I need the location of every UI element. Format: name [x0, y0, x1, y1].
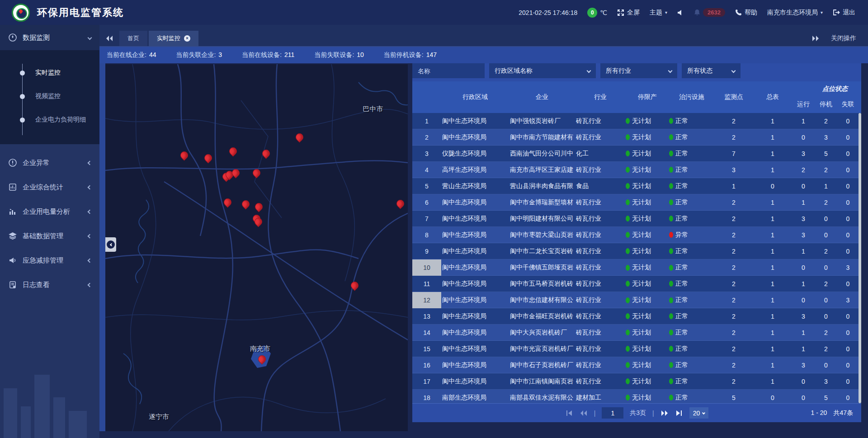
- status-dot-icon: [669, 248, 673, 254]
- cell-company: 阆中市金福旺页岩机砖: [509, 312, 575, 320]
- table-row[interactable]: 11阆中生态环境局阆中市五马桥页岩机砖砖瓦行业无计划正常21120: [412, 276, 861, 292]
- col-header-lost: 失联: [837, 100, 859, 113]
- table-row[interactable]: 8阆中生态环境局阆中市枣碧大梁山页岩砖瓦行业无计划异常21300: [412, 227, 861, 243]
- city-label-nanchong: 南充市: [250, 344, 270, 353]
- table-row[interactable]: 5营山生态环境局营山县润丰肉食品有限食品无计划正常10010: [412, 178, 861, 194]
- tab-realtime-monitor[interactable]: 实时监控 ×: [149, 31, 198, 46]
- region-filter-select[interactable]: 行政区域名称: [489, 63, 596, 78]
- user-menu[interactable]: 南充市生态环境局 ▾: [767, 9, 823, 17]
- table-row[interactable]: 17阆中生态环境局阆中市江南镇阆南页岩砖瓦行业无计划正常21030: [412, 373, 861, 390]
- table-row[interactable]: 16阆中生态环境局阆中市石子页岩机砖厂砖瓦行业无计划正常21300: [412, 357, 861, 373]
- table-row[interactable]: 3仪陇生态环境局西南油气田分公司川中化工无计划正常71350: [412, 146, 861, 162]
- table-row[interactable]: 1阆中生态环境局阆中强锐页岩砖厂砖瓦行业无计划正常21120: [412, 113, 861, 129]
- table-row[interactable]: 18南部生态环境局南部县双佳水泥有限公建材加工无计划正常50050: [412, 390, 861, 403]
- tabs-scroll-left-button[interactable]: [99, 31, 119, 46]
- fullscreen-button[interactable]: 全屏: [617, 9, 640, 17]
- status-dot-icon: [626, 313, 630, 319]
- sidebar-item-log-view[interactable]: 日志查看: [0, 273, 99, 297]
- cell-plan: 无计划: [626, 166, 669, 174]
- sidebar-item-video-monitor[interactable]: 视频监控: [0, 85, 99, 108]
- cell-facility: 正常: [669, 361, 714, 369]
- row-number: 18: [412, 394, 441, 401]
- table-scrollbar[interactable]: [859, 113, 861, 403]
- row-number: 10: [412, 259, 441, 276]
- cell-plan: 无计划: [626, 377, 669, 386]
- theme-menu[interactable]: 主题 ▾: [650, 9, 667, 17]
- sidebar-group-data-monitoring[interactable]: 数据监测: [0, 25, 99, 50]
- sound-toggle[interactable]: [677, 9, 684, 16]
- page-size-select[interactable]: 20: [689, 407, 709, 419]
- table-row[interactable]: 6阆中生态环境局阆中市金博瑞新型墙材砖瓦行业无计划正常21120: [412, 194, 861, 211]
- sidebar-item-power-usage-analysis[interactable]: 企业用电量分析: [0, 199, 99, 224]
- cell-plan: 无计划: [626, 182, 669, 190]
- cell-region: 阆中生态环境局: [441, 117, 509, 125]
- logout-button[interactable]: 退出: [833, 9, 855, 17]
- cell-lost: 0: [837, 362, 859, 369]
- tab-close-icon[interactable]: ×: [184, 35, 190, 42]
- status-dot-icon: [626, 248, 630, 254]
- cell-lost: 0: [837, 215, 859, 222]
- cell-region: 阆中生态环境局: [441, 215, 509, 223]
- map-panel[interactable]: 巴中市 南充市 遂宁市: [105, 64, 408, 431]
- cell-lost: 0: [837, 248, 859, 255]
- row-number: 8: [412, 231, 441, 239]
- page-number-input[interactable]: [602, 407, 623, 419]
- scrollbar-thumb[interactable]: [859, 113, 861, 403]
- cell-points: 2: [714, 134, 753, 141]
- cell-run: 3: [792, 215, 815, 222]
- first-page-button[interactable]: [565, 410, 573, 417]
- cell-run: 0: [792, 134, 815, 141]
- industry-filter-select[interactable]: 所有行业: [600, 63, 677, 78]
- cell-facility: 正常: [669, 198, 714, 207]
- table-row[interactable]: 14阆中生态环境局阆中大兴页岩机砖厂砖瓦行业无计划正常21120: [412, 325, 861, 341]
- app-root: 环保用电监管系统 2021-02-25 17:46:18 0 ℃ 全屏 主题 ▾…: [0, 0, 868, 438]
- table-row[interactable]: 7阆中生态环境局阆中明阳建材有限公司砖瓦行业无计划正常21300: [412, 211, 861, 227]
- next-page-button[interactable]: [660, 410, 669, 417]
- cell-total: 1: [753, 362, 792, 369]
- name-filter-input[interactable]: [418, 67, 479, 75]
- name-filter-field[interactable]: [412, 63, 485, 78]
- table-row[interactable]: 13阆中生态环境局阆中市金福旺页岩机砖砖瓦行业无计划正常21300: [412, 308, 861, 325]
- cell-lost: 0: [837, 394, 859, 401]
- map-collapse-handle[interactable]: [105, 237, 116, 252]
- table-row[interactable]: 4高坪生态环境局南充市高坪区王家店建砖瓦行业无计划正常31220: [412, 162, 861, 178]
- table-row[interactable]: 10阆中生态环境局阆中千佛镇五郎垭页岩砖瓦行业无计划正常21003: [412, 259, 861, 276]
- close-operations-button[interactable]: 关闭操作: [831, 34, 856, 42]
- tab-home[interactable]: 首页: [119, 31, 147, 46]
- table-row[interactable]: 9阆中生态环境局阆中市二龙长宝页岩砖砖瓦行业无计划正常21120: [412, 243, 861, 259]
- row-number: 3: [412, 150, 441, 157]
- sidebar-item-enterprise-statistics[interactable]: 企业综合统计: [0, 175, 99, 199]
- prev-page-button[interactable]: [580, 410, 588, 417]
- industry-filter-value: 所有行业: [606, 67, 631, 75]
- cell-run: 0: [792, 378, 815, 385]
- sidebar-item-power-load-detail[interactable]: 企业电力负荷明细: [0, 108, 99, 132]
- status-filter-select[interactable]: 所有状态: [682, 63, 741, 78]
- chevron-left-icon: [88, 209, 92, 214]
- sidebar-item-base-data-management[interactable]: 基础数据管理: [0, 224, 99, 248]
- cell-run: 3: [792, 362, 815, 369]
- cell-lost: 0: [837, 345, 859, 353]
- row-number: 14: [412, 329, 441, 336]
- cell-lost: 0: [837, 231, 859, 239]
- status-dot-icon: [669, 216, 673, 221]
- menu-label: 企业综合统计: [23, 183, 63, 192]
- sidebar-item-enterprise-abnormal[interactable]: 企业异常: [0, 151, 99, 175]
- cell-points: 2: [714, 215, 753, 222]
- cell-company: 阆中市光富页岩机砖厂: [509, 345, 575, 353]
- cell-region: 阆中生态环境局: [441, 361, 509, 369]
- cell-region: 阆中生态环境局: [441, 312, 509, 320]
- temperature-badge: 0: [587, 8, 597, 18]
- last-page-button[interactable]: [675, 410, 683, 417]
- prev-page-icon: [580, 410, 587, 416]
- table-row[interactable]: 15阆中生态环境局阆中市光富页岩机砖厂砖瓦行业无计划正常21120: [412, 341, 861, 357]
- table-row[interactable]: 2阆中生态环境局阆中市南方节能建材有砖瓦行业无计划正常21030: [412, 129, 861, 146]
- double-chevron-right-icon[interactable]: [812, 35, 819, 42]
- cell-stop: 0: [815, 362, 837, 369]
- sidebar-item-realtime-monitor[interactable]: 实时监控: [0, 61, 99, 85]
- cell-company: 南充市高坪区王家店建: [509, 166, 575, 174]
- content-area: 巴中市 南充市 遂宁市 行政区域名称: [99, 63, 868, 438]
- help-button[interactable]: 帮助: [735, 9, 757, 17]
- notifications[interactable]: 2632: [694, 8, 725, 17]
- table-row[interactable]: 12阆中生态环境局阆中市忠信建材有限公砖瓦行业无计划正常21003: [412, 292, 861, 308]
- sidebar-item-emergency-reduction[interactable]: 应急减排管理: [0, 248, 99, 273]
